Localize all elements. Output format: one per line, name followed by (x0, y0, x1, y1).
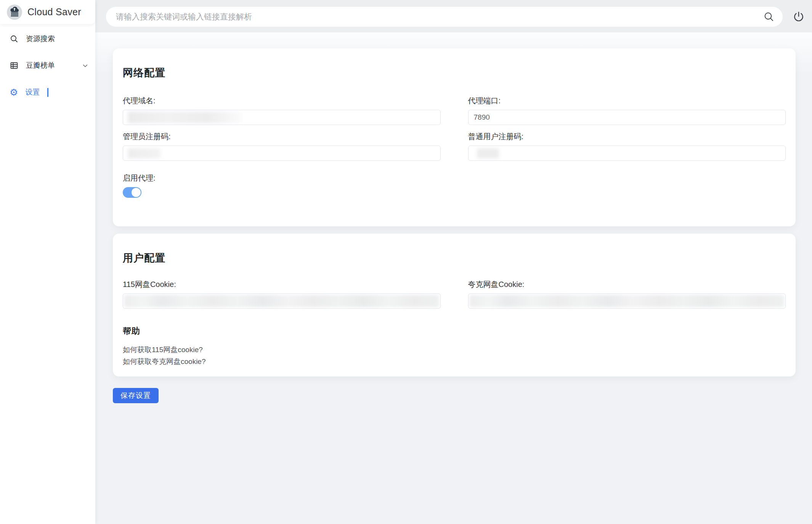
help-title: 帮助 (123, 325, 786, 337)
sidebar-item-resource-search[interactable]: 资源搜索 (0, 29, 95, 48)
user-config-title: 用户配置 (123, 251, 786, 265)
power-button[interactable] (792, 10, 806, 24)
network-config-title: 网络配置 (123, 66, 786, 80)
search-bar (106, 7, 783, 27)
sidebar: Cloud Saver 资源搜索 豆瓣榜单 (0, 0, 95, 524)
power-icon (793, 11, 805, 23)
sidebar-nav: 资源搜索 豆瓣榜单 ⚙ 设置 (0, 24, 95, 102)
redacted-value (128, 111, 242, 123)
text-cursor (47, 88, 48, 97)
quark-cookie-input[interactable] (468, 293, 786, 309)
proxy-domain-label: 代理域名: (123, 96, 441, 106)
quark-cookie-label: 夸克网盘Cookie: (468, 279, 786, 290)
search-icon (10, 34, 19, 43)
sidebar-item-douban-list[interactable]: 豆瓣榜单 (0, 56, 95, 75)
cookie-115-input[interactable] (123, 293, 441, 309)
sidebar-item-label: 豆瓣榜单 (26, 61, 55, 71)
field-user-code: 普通用户注册码: (468, 131, 786, 161)
admin-code-label: 管理员注册码: (123, 131, 441, 142)
enable-proxy-toggle[interactable] (123, 187, 141, 198)
user-code-label: 普通用户注册码: (468, 131, 786, 142)
field-proxy-port: 代理端口: (468, 96, 786, 125)
app-title: Cloud Saver (27, 6, 81, 18)
help-link-quark-cookie[interactable]: 如何获取夸克网盘cookie? (123, 356, 206, 367)
search-icon[interactable] (763, 11, 775, 23)
search-input[interactable] (116, 12, 763, 21)
redacted-value (124, 295, 439, 307)
sidebar-item-label: 资源搜索 (26, 34, 55, 44)
help-link-115-cookie[interactable]: 如何获取115网盘cookie? (123, 344, 203, 356)
user-config-card: 用户配置 115网盘Cookie: 夸克网盘Cookie: 帮助 如何获取115… (113, 234, 796, 377)
sidebar-item-settings[interactable]: ⚙ 设置 (0, 83, 95, 102)
toggle-knob (132, 188, 141, 197)
app-logo: Cloud Saver (0, 0, 95, 24)
cloud-saver-logo-icon (7, 5, 22, 20)
proxy-domain-input[interactable] (123, 110, 441, 125)
field-admin-code: 管理员注册码: (123, 131, 441, 161)
redacted-value (477, 148, 499, 159)
save-settings-button[interactable]: 保存设置 (113, 388, 159, 403)
field-115-cookie: 115网盘Cookie: (123, 279, 441, 309)
gear-icon: ⚙ (10, 88, 18, 97)
sidebar-item-label: 设置 (25, 87, 40, 97)
enable-proxy-block: 启用代理: (123, 173, 786, 198)
main-content: 网络配置 代理域名: 代理端口: 管理员注册码: (95, 32, 812, 524)
redacted-value (128, 148, 160, 159)
redacted-value (470, 295, 785, 307)
field-proxy-domain: 代理域名: (123, 96, 441, 125)
network-config-card: 网络配置 代理域名: 代理端口: 管理员注册码: (113, 48, 796, 226)
field-quark-cookie: 夸克网盘Cookie: (468, 279, 786, 309)
enable-proxy-label: 启用代理: (123, 173, 786, 183)
proxy-port-input[interactable] (468, 110, 786, 125)
proxy-port-label: 代理端口: (468, 96, 786, 106)
top-bar (95, 0, 812, 32)
chevron-down-icon (82, 62, 88, 69)
app-root: Cloud Saver 资源搜索 豆瓣榜单 (0, 0, 812, 524)
user-code-input[interactable] (468, 146, 786, 161)
grid-icon (10, 61, 19, 70)
admin-code-input[interactable] (123, 146, 441, 161)
cookie-115-label: 115网盘Cookie: (123, 279, 441, 290)
